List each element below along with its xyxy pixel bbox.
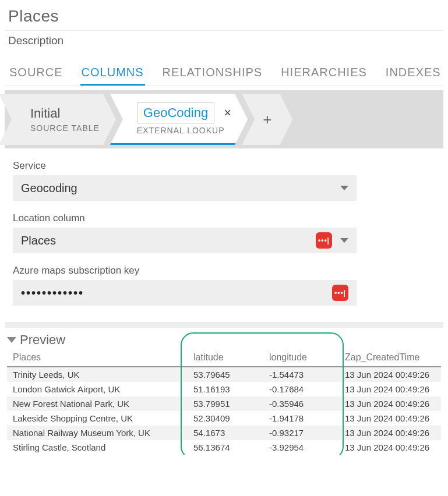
service-select[interactable]: Geocoding bbox=[13, 175, 357, 201]
service-label: Service bbox=[13, 160, 357, 172]
location-badge-icon[interactable]: •••| bbox=[316, 232, 332, 249]
preview-divider bbox=[5, 322, 443, 328]
col-createdtime[interactable]: Zap_CreatedTime bbox=[339, 349, 441, 367]
plus-icon: + bbox=[263, 111, 271, 129]
tab-columns[interactable]: COLUMNS bbox=[80, 63, 145, 86]
stage-title: Initial bbox=[30, 106, 100, 121]
chevron-down-icon bbox=[7, 337, 16, 343]
table-row[interactable]: Stirling Castle, Scotland56.13674-3.9295… bbox=[7, 440, 441, 455]
table-cell: 13 Jun 2024 00:49:26 bbox=[339, 440, 441, 455]
pipeline-add-stage[interactable]: + bbox=[242, 94, 292, 145]
table-row[interactable]: Lakeside Shopping Centre, UK52.30409-1.9… bbox=[7, 411, 441, 426]
table-cell: London Gatwick Airport, UK bbox=[7, 382, 188, 396]
preview-header[interactable]: Preview bbox=[5, 328, 443, 349]
location-value: Places bbox=[21, 234, 56, 247]
table-cell: -0.17684 bbox=[263, 382, 339, 396]
pipeline-stage-geocoding[interactable]: GeoCoding × EXTERNAL LOOKUP bbox=[110, 94, 248, 145]
table-cell: 54.1673 bbox=[188, 426, 263, 440]
table-row[interactable]: New Forest National Park, UK53.79951-0.3… bbox=[7, 396, 441, 411]
col-latitude[interactable]: latitude bbox=[188, 349, 263, 367]
table-cell: New Forest National Park, UK bbox=[7, 396, 188, 411]
preview-table-wrap: Places latitude longitude Zap_CreatedTim… bbox=[5, 349, 443, 455]
table-cell: 53.79645 bbox=[188, 367, 263, 382]
table-cell: 52.30409 bbox=[188, 411, 263, 426]
table-cell: Stirling Castle, Scotland bbox=[7, 440, 188, 455]
stage-title-input[interactable]: GeoCoding bbox=[137, 102, 214, 123]
tab-hierarchies[interactable]: HIERARCHIES bbox=[280, 63, 368, 85]
location-select[interactable]: Places •••| bbox=[13, 228, 357, 253]
tab-source[interactable]: SOURCE bbox=[8, 63, 64, 85]
azurekey-value: •••••••••••• bbox=[21, 286, 84, 300]
table-cell: -0.93217 bbox=[263, 426, 339, 440]
col-longitude[interactable]: longitude bbox=[263, 349, 339, 367]
table-row[interactable]: London Gatwick Airport, UK51.16193-0.176… bbox=[7, 382, 441, 396]
table-cell: -1.94178 bbox=[263, 411, 339, 426]
page-title: Places bbox=[5, 6, 443, 31]
table-cell: 13 Jun 2024 00:49:26 bbox=[339, 367, 441, 382]
table-cell: -3.92954 bbox=[263, 440, 339, 455]
table-cell: 51.16193 bbox=[188, 382, 263, 396]
table-cell: -0.35946 bbox=[263, 396, 339, 411]
table-cell: 13 Jun 2024 00:49:26 bbox=[339, 411, 441, 426]
azurekey-input[interactable]: •••••••••••• •••| bbox=[13, 280, 357, 306]
table-header-row: Places latitude longitude Zap_CreatedTim… bbox=[7, 349, 441, 367]
page-description[interactable]: Description bbox=[5, 31, 443, 53]
table-row[interactable]: Trinity Leeds, UK53.79645-1.5447313 Jun … bbox=[7, 367, 441, 382]
service-value: Geocoding bbox=[21, 182, 77, 195]
azurekey-badge-icon[interactable]: •••| bbox=[332, 285, 348, 301]
col-places[interactable]: Places bbox=[7, 349, 188, 367]
tab-indexes[interactable]: INDEXES bbox=[384, 63, 442, 85]
table-row[interactable]: National Railway Museum York, UK54.1673-… bbox=[7, 426, 441, 440]
preview-title: Preview bbox=[20, 332, 65, 348]
stage-subtitle: EXTERNAL LOOKUP bbox=[137, 126, 231, 135]
preview-table: Places latitude longitude Zap_CreatedTim… bbox=[7, 349, 441, 455]
table-cell: National Railway Museum York, UK bbox=[7, 426, 188, 440]
tabs-bar: SOURCE COLUMNS RELATIONSHIPS HIERARCHIES… bbox=[5, 53, 443, 86]
pipeline-bar: Initial SOURCE TABLE GeoCoding × EXTERNA… bbox=[5, 90, 443, 148]
table-cell: 53.79951 bbox=[188, 396, 263, 411]
location-label: Location column bbox=[13, 212, 357, 224]
azurekey-label: Azure maps subscription key bbox=[13, 265, 357, 277]
table-cell: 13 Jun 2024 00:49:26 bbox=[339, 382, 441, 396]
tab-relationships[interactable]: RELATIONSHIPS bbox=[161, 63, 264, 85]
chevron-down-icon bbox=[340, 238, 348, 243]
table-cell: Trinity Leeds, UK bbox=[7, 367, 188, 382]
close-stage-icon[interactable]: × bbox=[224, 105, 231, 121]
chevron-down-icon bbox=[340, 186, 348, 190]
table-cell: 13 Jun 2024 00:49:26 bbox=[339, 426, 441, 440]
table-cell: 13 Jun 2024 00:49:26 bbox=[339, 396, 441, 411]
table-cell: -1.54473 bbox=[263, 367, 339, 382]
pipeline-stage-initial[interactable]: Initial SOURCE TABLE bbox=[0, 94, 116, 145]
table-cell: Lakeside Shopping Centre, UK bbox=[7, 411, 188, 426]
stage-subtitle: SOURCE TABLE bbox=[30, 123, 100, 133]
table-cell: 56.13674 bbox=[188, 440, 263, 455]
